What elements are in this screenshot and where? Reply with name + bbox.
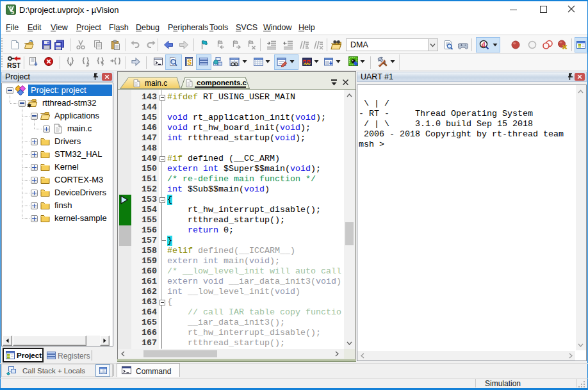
svg-text:RST: RST	[7, 61, 20, 69]
svg-text:5: 5	[12, 10, 15, 15]
svg-text:S: S	[188, 59, 192, 66]
svg-text:d: d	[482, 41, 486, 48]
